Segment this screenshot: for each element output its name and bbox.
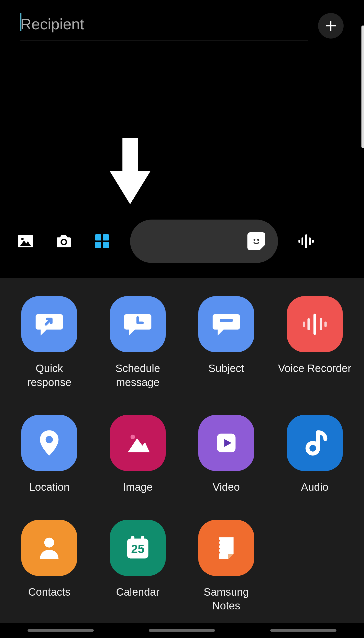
schedule-message-icon [110, 296, 166, 352]
sticker-button[interactable] [247, 232, 265, 250]
attach-samsung-notes[interactable]: Samsung Notes [185, 520, 267, 613]
quick-response-icon [21, 296, 77, 352]
svg-rect-19 [313, 314, 316, 335]
audio-label: Audio [301, 480, 328, 494]
attach-location[interactable]: Location [8, 415, 90, 494]
svg-point-23 [131, 435, 135, 439]
svg-rect-6 [103, 234, 109, 240]
svg-rect-5 [95, 234, 101, 240]
voice-recorder-icon [287, 296, 343, 352]
svg-rect-8 [103, 242, 109, 248]
attach-calendar[interactable]: 25Calendar [97, 520, 179, 613]
calendar-label: Calendar [116, 585, 159, 599]
svg-rect-20 [320, 318, 322, 330]
nav-recents[interactable] [28, 629, 94, 632]
attach-audio[interactable]: Audio [274, 415, 356, 494]
contacts-label: Contacts [28, 585, 71, 599]
subject-icon [198, 296, 254, 352]
svg-rect-21 [324, 322, 327, 327]
svg-point-33 [218, 539, 220, 541]
compose-toolbar [0, 220, 364, 263]
attach-contacts[interactable]: Contacts [8, 520, 90, 613]
contacts-icon [21, 520, 77, 576]
samsung-notes-label: Samsung Notes [204, 585, 249, 613]
svg-point-10 [257, 239, 259, 241]
attach-subject[interactable]: Subject [185, 296, 267, 389]
attach-video[interactable]: Video [185, 415, 267, 494]
video-icon [198, 415, 254, 471]
edge-panel-handle[interactable] [361, 26, 364, 148]
recipient-input[interactable]: Recipient [20, 10, 308, 41]
grid-icon [93, 232, 111, 250]
svg-rect-30 [131, 536, 134, 541]
attachment-panel: Quick responseSchedule messageSubjectVoi… [0, 278, 364, 625]
sticker-face-icon [251, 236, 262, 247]
more-attachments-button[interactable] [92, 231, 112, 251]
image-label: Image [123, 480, 153, 494]
nav-home[interactable] [149, 629, 215, 632]
nav-back[interactable] [270, 629, 336, 632]
svg-point-4 [62, 240, 66, 244]
schedule-message-label: Schedule message [116, 362, 160, 389]
svg-point-35 [218, 547, 220, 549]
attach-schedule-message[interactable]: Schedule message [97, 296, 179, 389]
add-recipient-button[interactable] [318, 13, 344, 39]
video-label: Video [213, 480, 240, 494]
svg-rect-11 [298, 240, 300, 243]
attach-quick-response[interactable]: Quick response [8, 296, 90, 389]
samsung-notes-icon [198, 520, 254, 576]
message-input[interactable] [130, 220, 278, 263]
svg-rect-15 [312, 240, 314, 243]
gallery-button[interactable] [15, 231, 36, 251]
svg-point-27 [307, 443, 318, 454]
svg-rect-7 [95, 242, 101, 248]
svg-point-36 [218, 551, 220, 553]
svg-point-28 [44, 537, 54, 547]
image-icon [110, 415, 166, 471]
subject-label: Subject [208, 362, 244, 376]
svg-rect-18 [307, 318, 310, 330]
svg-rect-14 [309, 237, 311, 245]
location-icon [21, 415, 77, 471]
svg-rect-12 [302, 237, 303, 245]
svg-point-34 [218, 544, 220, 546]
location-label: Location [29, 480, 70, 494]
nav-bar [0, 623, 364, 638]
calendar-icon: 25 [110, 520, 166, 576]
svg-point-2 [21, 238, 24, 240]
recipient-placeholder: Recipient [20, 16, 84, 33]
svg-text:25: 25 [131, 542, 144, 555]
svg-rect-17 [303, 322, 305, 327]
svg-point-9 [254, 239, 255, 241]
attach-voice-recorder[interactable]: Voice Recorder [274, 296, 356, 389]
audio-icon [287, 415, 343, 471]
text-cursor [20, 13, 21, 31]
annotation-arrow-icon [110, 138, 150, 204]
sound-wave-icon [297, 232, 315, 250]
voice-input-button[interactable] [296, 231, 316, 251]
svg-rect-13 [305, 234, 307, 248]
camera-button[interactable] [54, 231, 74, 251]
picture-icon [16, 232, 35, 250]
svg-marker-24 [128, 438, 150, 452]
svg-point-22 [46, 436, 53, 443]
plus-icon [324, 19, 337, 32]
voice-recorder-label: Voice Recorder [278, 362, 351, 376]
quick-response-label: Quick response [27, 362, 71, 389]
svg-rect-16 [220, 319, 233, 322]
svg-rect-31 [141, 536, 144, 541]
attach-image[interactable]: Image [97, 415, 179, 494]
camera-icon [55, 232, 73, 250]
